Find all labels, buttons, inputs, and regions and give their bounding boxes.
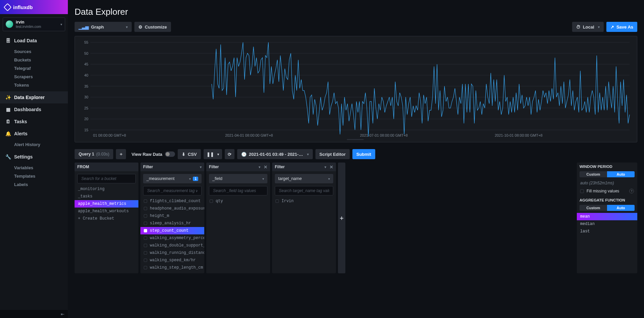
refresh-button[interactable]: ⟳ [225, 149, 234, 159]
bell-icon: 🔔 [5, 131, 11, 136]
checkbox-icon [275, 199, 279, 203]
view-type-dropdown[interactable]: ▁▃▅ Graph [75, 22, 132, 32]
filter-item[interactable]: walking_asymmetry_percent… [140, 234, 204, 242]
nav-dashboards[interactable]: ▦Dashboards [0, 103, 68, 116]
window-period-mode[interactable]: Custom Auto [577, 171, 637, 179]
filter-item[interactable]: walking_speed_km/hr [140, 257, 204, 264]
nav-tasks[interactable]: 🗓Tasks [0, 116, 68, 128]
agg-func-item[interactable]: median [577, 220, 637, 228]
filter-header[interactable]: Filter▾✕ [272, 163, 336, 171]
help-icon[interactable]: ? [629, 189, 634, 193]
agg-func-item[interactable]: last [577, 228, 637, 235]
filter-column: Filter▾✕target_name▾Irvin [272, 163, 336, 273]
filter-item[interactable]: walking_running_distance_… [140, 249, 204, 257]
nav-sub-labels[interactable]: Labels [0, 180, 68, 189]
svg-text:30: 30 [84, 95, 88, 99]
save-as-button[interactable]: ↗ Save As [606, 22, 637, 32]
bucket-item[interactable]: apple_health_metrics [75, 200, 138, 208]
filter-search-input[interactable] [146, 188, 198, 193]
svg-text:2021-04-01 08:00:00 GMT+8: 2021-04-01 08:00:00 GMT+8 [225, 133, 273, 137]
script-editor-button[interactable]: Script Editor [315, 149, 350, 159]
nav-sub-alert-history[interactable]: Alert History [0, 140, 68, 149]
clock-icon: ⏱ [576, 25, 581, 30]
query-tab[interactable]: Query 1 (0.03s) [75, 149, 113, 159]
auto-window-value: auto (23h52m1ms) [577, 179, 637, 187]
custom-pill-2[interactable]: Custom [579, 205, 607, 211]
filter-search-input[interactable] [278, 188, 330, 193]
from-column: FROM _monitoring_tasksapple_health_metri… [75, 163, 138, 273]
custom-pill[interactable]: Custom [579, 171, 607, 177]
view-raw-toggle[interactable]: View Raw Data [131, 151, 175, 157]
filter-selector[interactable]: _measurement▾1 [143, 174, 202, 183]
filter-selector[interactable]: target_name▾ [275, 174, 333, 183]
collapse-icon: ⇤ [61, 312, 65, 317]
csv-button[interactable]: ⬇ CSV [178, 149, 201, 159]
chart[interactable]: 15202530354045505501 08:00:00 GMT+82021-… [78, 40, 633, 140]
sidebar-collapse[interactable]: ⇤ [0, 310, 68, 318]
nav-load-data[interactable]: 🗄Load Data [0, 35, 68, 47]
nav-sub-telegraf[interactable]: Telegraf [0, 64, 68, 73]
filter-item[interactable]: Irvin [272, 197, 336, 205]
chart-panel[interactable]: 15202530354045505501 08:00:00 GMT+82021-… [75, 36, 637, 142]
filter-item[interactable]: qty [206, 197, 270, 205]
customize-button[interactable]: ⚙ Customize [134, 22, 171, 32]
fill-missing-row[interactable]: Fill missing values ? [577, 187, 637, 196]
nav-sub-buckets[interactable]: Buckets [0, 56, 68, 64]
filter-header[interactable]: Filter▾ [140, 163, 204, 171]
app-logo[interactable]: influxdb [0, 0, 68, 14]
filter-selector[interactable]: _field▾ [209, 174, 267, 183]
aggregate-function-list: meanmedianlast [577, 213, 637, 235]
nav-settings[interactable]: 🔧Settings [0, 151, 68, 163]
query-bar: Query 1 (0.03s) ＋ View Raw Data ⬇ CSV ❚❚… [75, 149, 637, 159]
close-icon[interactable]: ✕ [264, 165, 267, 170]
filter-item[interactable]: sleep_analysis_hr [140, 220, 204, 227]
top-toolbar: ▁▃▅ Graph ⚙ Customize ⏱ Local ↗ Save As [75, 22, 637, 32]
filter-item[interactable]: step_count_count [140, 227, 204, 234]
auto-pill-2[interactable]: Auto [607, 205, 635, 211]
chevron-down-icon: ▾ [262, 177, 264, 181]
filter-item[interactable]: walking_step_length_cm [140, 264, 204, 271]
nav-data-explorer[interactable]: ✨Data Explorer [0, 91, 68, 103]
svg-text:2021-07-01 08:00:00 GMT+8: 2021-07-01 08:00:00 GMT+8 [360, 133, 408, 137]
bucket-item[interactable]: + Create Bucket [75, 215, 138, 222]
nav-sub-tokens[interactable]: Tokens [0, 81, 68, 89]
filter-search[interactable] [143, 186, 202, 195]
agg-func-item[interactable]: mean [577, 213, 637, 220]
add-query-button[interactable]: ＋ [116, 149, 126, 159]
nav-sub-sources[interactable]: Sources [0, 47, 68, 56]
bucket-item[interactable]: _tasks [75, 193, 138, 200]
filter-item[interactable]: headphone_audio_exposure_… [140, 205, 204, 212]
bucket-search[interactable] [77, 174, 136, 183]
filter-search[interactable] [209, 186, 267, 195]
chevron-down-icon: ▾ [325, 165, 326, 169]
add-filter-button[interactable]: ＋ [338, 163, 345, 273]
calendar-icon: 🗓 [5, 119, 11, 124]
org-switcher[interactable]: irvin test.irvinlim.com ▾ [3, 17, 65, 31]
page-title: Data Explorer [75, 5, 637, 22]
checkbox-icon [144, 222, 147, 225]
filter-item[interactable]: walking_double_support_pe… [140, 242, 204, 249]
time-range-dropdown[interactable]: 🕓 2021-01-01 03:49 - 2021-12-25 03:… [237, 149, 313, 159]
nav-sub-templates[interactable]: Templates [0, 172, 68, 180]
external-icon: ↗ [610, 25, 614, 30]
filter-search-input[interactable] [212, 188, 264, 193]
bucket-item[interactable]: apple_health_workouts [75, 208, 138, 215]
filter-item[interactable]: flights_climbed_count [140, 197, 204, 205]
filter-count-badge: 1 [193, 177, 198, 181]
from-header: FROM [75, 163, 138, 171]
filter-search[interactable] [275, 186, 333, 195]
pause-button[interactable]: ❚❚▾ [204, 149, 222, 159]
bucket-search-input[interactable] [81, 176, 132, 181]
nav-alerts[interactable]: 🔔Alerts [0, 128, 68, 140]
view-type-label: Graph [91, 25, 104, 30]
submit-button[interactable]: Submit [352, 149, 375, 159]
timezone-dropdown[interactable]: ⏱ Local [572, 22, 604, 32]
close-icon[interactable]: ✕ [330, 165, 333, 170]
auto-pill[interactable]: Auto [607, 171, 635, 177]
nav-sub-variables[interactable]: Variables [0, 164, 68, 172]
nav-sub-scrapers[interactable]: Scrapers [0, 73, 68, 81]
filter-item[interactable]: height_m [140, 212, 204, 220]
aggregate-mode[interactable]: Custom Auto [577, 204, 637, 213]
bucket-item[interactable]: _monitoring [75, 185, 138, 193]
filter-header[interactable]: Filter▾✕ [206, 163, 270, 171]
